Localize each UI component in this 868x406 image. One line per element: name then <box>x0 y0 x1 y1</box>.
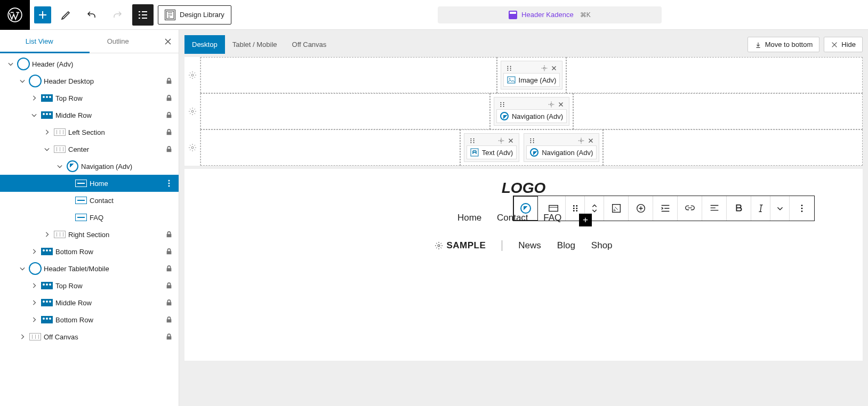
drag-handle-icon[interactable] <box>469 137 476 144</box>
tree-bottom-row[interactable]: Bottom Row <box>0 243 179 260</box>
svg-point-20 <box>500 106 501 107</box>
svg-point-22 <box>550 103 552 105</box>
lock-icon <box>164 280 174 291</box>
builder-block-image[interactable]: Image (Adv) <box>501 61 563 90</box>
row-settings-1[interactable] <box>184 57 200 93</box>
add-block-button[interactable] <box>34 6 51 23</box>
hide-button[interactable]: Hide <box>824 37 863 52</box>
lock-icon <box>164 144 174 155</box>
wordpress-logo[interactable] <box>0 0 30 30</box>
svg-point-28 <box>470 142 471 143</box>
tree-header-tablet[interactable]: Header Tablet/Mobile <box>0 260 179 277</box>
svg-point-23 <box>191 147 194 149</box>
builder-block-navigation[interactable]: Navigation (Adv) <box>494 97 569 126</box>
editor-canvas: Desktop Tablet / Mobile Off Canvas Move … <box>179 30 868 406</box>
list-view-toggle[interactable] <box>132 4 154 26</box>
nav-item-blog[interactable]: Blog <box>557 240 575 251</box>
add-nav-item-button[interactable]: + <box>579 214 592 226</box>
tree-faq[interactable]: FAQ <box>0 209 179 226</box>
preview-nav-1[interactable]: Home Contact FAQ + <box>184 201 863 224</box>
tree-middle-row[interactable]: Middle Row <box>0 107 179 124</box>
sample-text-block[interactable]: SAMPLE <box>435 240 486 251</box>
svg-point-25 <box>473 139 474 140</box>
svg-point-38 <box>581 140 583 142</box>
svg-point-2 <box>168 180 170 182</box>
tree-middle-row-2[interactable]: Middle Row <box>0 294 179 311</box>
edit-icon[interactable] <box>55 4 77 26</box>
link-icon <box>75 180 87 187</box>
tree-bottom-row-2[interactable]: Bottom Row <box>0 311 179 328</box>
builder-block-navigation-2[interactable]: Navigation (Adv) <box>524 133 599 162</box>
builder-block-text[interactable]: Text (Adv) <box>464 133 520 162</box>
svg-point-33 <box>533 139 534 140</box>
tab-outline[interactable]: Outline <box>79 30 158 53</box>
move-to-bottom-button[interactable]: Move to bottom <box>748 37 820 52</box>
tree-contact[interactable]: Contact <box>0 192 179 209</box>
svg-point-37 <box>533 142 534 143</box>
tab-list-view[interactable]: List View <box>0 30 79 53</box>
gear-icon[interactable] <box>541 64 548 72</box>
svg-point-17 <box>503 102 504 103</box>
row-settings-2[interactable] <box>184 93 200 129</box>
svg-point-10 <box>507 70 508 71</box>
drag-handle-icon[interactable] <box>499 101 506 108</box>
lock-icon <box>164 331 174 342</box>
header-icon <box>17 58 30 70</box>
row-icon <box>41 248 53 255</box>
row-icon <box>41 299 53 306</box>
tree-header-adv[interactable]: Header (Adv) <box>0 55 179 72</box>
tree-right-section[interactable]: Right Section <box>0 226 179 243</box>
close-panel-button[interactable] <box>157 30 179 53</box>
nav-item-contact[interactable]: Contact <box>497 213 528 223</box>
svg-point-9 <box>510 68 511 69</box>
block-tree: Header (Adv) Header Desktop Top Row Midd… <box>0 53 179 406</box>
svg-point-29 <box>473 142 474 143</box>
redo-button[interactable] <box>107 4 128 26</box>
lock-icon <box>164 314 174 325</box>
svg-rect-13 <box>508 77 515 83</box>
remove-icon[interactable] <box>550 64 558 72</box>
tree-top-row[interactable]: Top Row <box>0 90 179 107</box>
template-chip[interactable]: Header Kadence ⌘K <box>438 6 662 23</box>
drag-handle-icon[interactable] <box>505 64 513 72</box>
tab-tablet-mobile[interactable]: Tablet / Mobile <box>225 35 285 54</box>
tab-desktop[interactable]: Desktop <box>184 35 225 54</box>
desktop-icon <box>29 75 42 87</box>
design-library-button[interactable]: Design Library <box>158 5 231 25</box>
nav-item-news[interactable]: News <box>518 240 541 251</box>
nav-item-shop[interactable]: Shop <box>591 240 613 251</box>
remove-icon[interactable] <box>587 137 594 144</box>
svg-point-16 <box>500 102 501 103</box>
tree-center[interactable]: Center <box>0 141 179 158</box>
row-settings-3[interactable] <box>184 129 200 166</box>
link-icon <box>75 214 87 221</box>
left-panel: List View Outline Header (Adv) Header De… <box>0 30 179 406</box>
tree-top-row-2[interactable]: Top Row <box>0 277 179 294</box>
more-options-icon[interactable] <box>164 178 174 189</box>
svg-point-3 <box>168 183 170 184</box>
svg-point-6 <box>507 66 508 67</box>
remove-icon[interactable] <box>557 101 565 108</box>
tree-home[interactable]: Home <box>0 175 179 192</box>
remove-icon[interactable] <box>507 137 515 144</box>
row-icon <box>41 111 53 119</box>
nav-item-home[interactable]: Home <box>457 213 481 223</box>
gear-icon <box>435 241 443 250</box>
preview-bottom-row: SAMPLE News Blog Shop <box>184 224 863 251</box>
nav-item-faq[interactable]: FAQ <box>543 213 561 223</box>
tree-left-section[interactable]: Left Section <box>0 124 179 141</box>
svg-point-27 <box>473 140 474 141</box>
svg-point-14 <box>509 78 510 79</box>
drag-handle-icon[interactable] <box>528 137 536 144</box>
undo-button[interactable] <box>81 4 102 26</box>
template-name: Header Kadence <box>521 11 574 19</box>
tab-off-canvas[interactable]: Off Canvas <box>285 35 334 54</box>
gear-icon[interactable] <box>577 137 585 144</box>
tree-header-desktop[interactable]: Header Desktop <box>0 72 179 90</box>
lock-icon <box>164 76 174 86</box>
gear-icon[interactable] <box>497 137 505 144</box>
svg-point-4 <box>168 185 170 187</box>
tree-off-canvas[interactable]: Off Canvas <box>0 328 179 345</box>
tree-navigation-adv[interactable]: Navigation (Adv) <box>0 158 179 175</box>
gear-icon[interactable] <box>548 101 555 108</box>
